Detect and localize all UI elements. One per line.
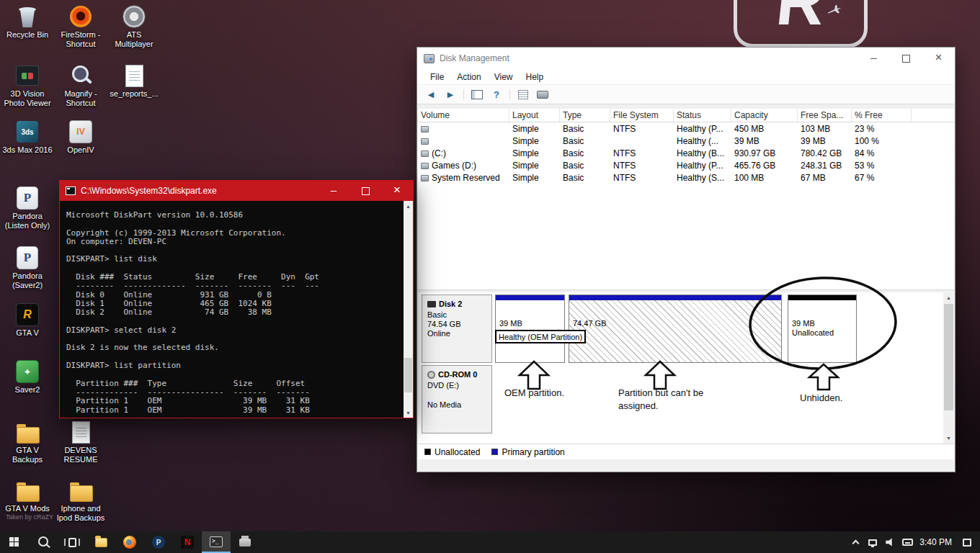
volume-row[interactable]: Simple Basic Healthy (... 39 MB 39 MB 10… [418,135,954,147]
cdrom-row: CD-ROM 0 DVD (E:) No Media [422,365,492,433]
desktop-icon-ats-multiplayer[interactable]: ATS Multiplayer [108,4,160,49]
col-status[interactable]: Status [674,109,731,122]
volume-button[interactable] [881,531,899,553]
action-center-button[interactable] [958,531,976,553]
scroll-thumb[interactable] [404,358,412,392]
desktop-icon-devens-resume[interactable]: DEVENS RESUME [55,420,107,464]
desktop-icon-pandora-listen[interactable]: Pandora (Listen Only) [1,186,53,230]
col-free-space[interactable]: Free Spa... [798,109,852,122]
start-button[interactable] [0,531,29,553]
scroll-up-icon[interactable] [404,201,413,211]
col-volume[interactable]: Volume [418,109,509,122]
desktop-icon-3ds-max[interactable]: 3ds Max 2016 [1,120,53,155]
col-file-system[interactable]: File System [610,109,674,122]
console-scrollbar[interactable] [404,201,413,418]
icon-label: Pandora (Saver2) [1,271,53,290]
cdrom-header[interactable]: CD-ROM 0 DVD (E:) No Media [422,365,492,433]
disk-size: 74.54 GB [427,320,488,329]
console-area[interactable]: Microsoft DiskPart version 10.0.10586 Co… [60,201,404,418]
col-type[interactable]: Type [560,109,610,122]
console-tree-icon[interactable] [469,87,485,102]
export-list-icon[interactable] [515,87,531,102]
menu-help[interactable]: Help [520,69,551,84]
cell-volume [418,124,509,134]
desktop-icon-iphone-backups[interactable]: Iphone and Ipod Backups [55,478,107,523]
volume-row[interactable]: Games (D:) Simple Basic NTFS Healthy (P.… [418,159,954,171]
disk-management-window[interactable]: Disk Management File Action View Help Vo… [416,47,956,472]
col-percent-free[interactable]: % Free [852,109,912,122]
menu-view[interactable]: View [488,69,520,84]
hidden-icons-button[interactable] [847,531,864,553]
desktop-icon-firestorm[interactable]: FireStorm - Shortcut [55,4,107,49]
partition-unallocated[interactable]: 39 MB Unallocated [788,295,857,363]
firefox-button[interactable] [115,531,144,553]
desktop-icon-magnify[interactable]: Magnify - Shortcut [55,63,107,108]
menu-file[interactable]: File [424,69,450,84]
minimize-button[interactable] [858,48,890,69]
diskpart-window[interactable]: C:\Windows\System32\diskpart.exe Microso… [59,180,414,418]
scroll-up-icon[interactable] [943,292,954,303]
help-icon[interactable] [489,87,504,102]
icon-label: Recycle Bin [1,30,53,40]
disk2-header[interactable]: Disk 2 Basic 74.54 GB Online [422,295,492,363]
icon-label: FireStorm - Shortcut [55,30,107,49]
icon-label: Magnify - Shortcut [55,89,107,108]
file-explorer-button[interactable] [86,531,115,553]
menu-action[interactable]: Action [450,69,487,84]
partition-oem[interactable]: 39 MB [495,295,565,363]
speaker-icon [886,538,894,547]
graph-scrollbar[interactable] [943,292,954,444]
pandora-button[interactable] [144,531,173,553]
desktop-icon-gta-mods[interactable]: GTA V Mods [1,478,53,513]
maximize-button[interactable] [349,181,381,201]
cell-status: Healthy (... [674,136,731,146]
desktop-icon-se-reports[interactable]: se_reports_... [108,63,160,99]
desktop-icon-saver2[interactable]: Saver2 [1,359,53,395]
close-button[interactable] [922,48,955,69]
task-view-button[interactable] [58,531,86,553]
icon-label: 3ds Max 2016 [1,145,53,155]
desktop-icon-3d-vision[interactable]: 3D Vision Photo Viewer [1,63,53,108]
disk-properties-icon[interactable] [535,87,551,102]
volume-row[interactable]: (C:) Simple Basic NTFS Healthy (B... 930… [418,147,954,159]
clock[interactable]: 3:40 PM [916,537,958,547]
legend-label: Primary partition [502,447,564,457]
desktop-icon-gta-v[interactable]: GTA V [1,302,53,338]
scroll-down-icon[interactable] [943,433,954,444]
cell-status: Healthy (S... [674,173,731,183]
cdrom-name: CD-ROM 0 [438,370,477,379]
keyboard-button[interactable] [899,531,916,553]
scroll-thumb[interactable] [944,304,953,410]
volume-name: (C:) [432,148,446,158]
desktop-icon-gta-backups[interactable]: GTA V Backups [1,420,53,464]
diskpart-titlebar[interactable]: C:\Windows\System32\diskpart.exe [60,181,413,201]
minimize-button[interactable] [318,181,349,201]
volume-row[interactable]: System Reserved Simple Basic NTFS Health… [418,171,954,184]
desktop-icon-openiv[interactable]: OpenIV [55,120,107,155]
scroll-down-icon[interactable] [404,408,413,418]
volume-row[interactable]: Simple Basic NTFS Healthy (P... 450 MB 1… [418,122,954,135]
forward-icon[interactable] [442,87,458,102]
network-button[interactable] [864,531,881,553]
maximize-button[interactable] [890,48,922,69]
cell-free-space: 780.42 GB [798,148,852,158]
col-capacity[interactable]: Capacity [731,109,798,122]
ats-icon [122,4,146,29]
desktop-icon-recycle-bin[interactable]: Recycle Bin [1,4,53,40]
icon-label: Iphone and Ipod Backups [55,504,107,523]
search-button[interactable] [29,531,58,553]
netflix-button[interactable] [173,531,202,553]
close-button[interactable] [381,181,413,201]
disk-management-titlebar[interactable]: Disk Management [417,48,955,69]
taskbar: 3:40 PM [0,531,980,553]
volume-name: Games (D:) [432,161,476,171]
partition-main[interactable]: 74.47 GB [569,295,782,363]
cell-percent-free: 53 % [852,161,912,171]
back-icon[interactable] [423,87,439,102]
col-layout[interactable]: Layout [509,109,560,122]
command-prompt-button-active[interactable] [202,531,231,553]
printer-button[interactable] [231,531,259,553]
cell-percent-free: 23 % [852,124,912,134]
desktop-icon-pandora-saver2[interactable]: Pandora (Saver2) [1,246,53,290]
disk-status: Online [427,329,488,338]
